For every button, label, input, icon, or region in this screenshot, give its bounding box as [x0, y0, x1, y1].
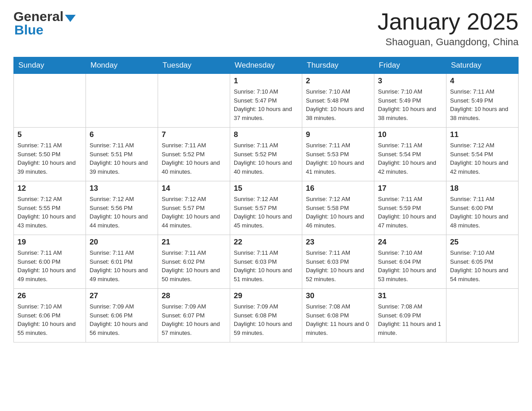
day-number: 24 [378, 238, 442, 247]
day-number: 26 [17, 291, 82, 300]
calendar-day-cell [86, 74, 158, 128]
calendar-header-row: SundayMondayTuesdayWednesdayThursdayFrid… [14, 57, 519, 74]
day-info: Sunrise: 7:09 AMSunset: 6:06 PMDaylight:… [90, 302, 154, 337]
calendar-day-cell: 11Sunrise: 7:12 AMSunset: 5:54 PMDayligh… [446, 128, 519, 181]
logo: General Blue [13, 9, 76, 38]
calendar-day-cell: 4Sunrise: 7:11 AMSunset: 5:49 PMDaylight… [446, 74, 519, 128]
calendar-week-row: 1Sunrise: 7:10 AMSunset: 5:47 PMDaylight… [14, 74, 519, 128]
day-number: 11 [450, 130, 515, 139]
day-number: 25 [450, 238, 515, 247]
day-info: Sunrise: 7:12 AMSunset: 5:57 PMDaylight:… [234, 195, 298, 230]
day-number: 1 [234, 77, 298, 86]
day-info: Sunrise: 7:08 AMSunset: 6:09 PMDaylight:… [378, 302, 442, 337]
day-info: Sunrise: 7:11 AMSunset: 6:01 PMDaylight:… [90, 248, 154, 283]
day-of-week-header: Tuesday [158, 57, 230, 74]
day-info: Sunrise: 7:11 AMSunset: 5:50 PMDaylight:… [17, 141, 82, 176]
day-number: 14 [162, 184, 226, 193]
day-info: Sunrise: 7:11 AMSunset: 6:00 PMDaylight:… [450, 195, 515, 230]
day-number: 6 [90, 130, 154, 139]
page-header: General Blue January 2025 Shaoguan, Guan… [13, 9, 519, 48]
day-number: 9 [306, 130, 370, 139]
day-info: Sunrise: 7:11 AMSunset: 6:02 PMDaylight:… [162, 248, 226, 283]
day-number: 2 [306, 77, 370, 86]
calendar-day-cell: 26Sunrise: 7:10 AMSunset: 6:06 PMDayligh… [14, 289, 86, 342]
calendar-day-cell: 7Sunrise: 7:11 AMSunset: 5:52 PMDaylight… [158, 128, 230, 181]
day-info: Sunrise: 7:11 AMSunset: 5:59 PMDaylight:… [378, 195, 442, 230]
day-of-week-header: Saturday [446, 57, 519, 74]
day-info: Sunrise: 7:12 AMSunset: 5:58 PMDaylight:… [306, 195, 370, 230]
day-info: Sunrise: 7:08 AMSunset: 6:08 PMDaylight:… [306, 302, 370, 337]
calendar-day-cell: 18Sunrise: 7:11 AMSunset: 6:00 PMDayligh… [446, 181, 519, 235]
day-number: 13 [90, 184, 154, 193]
day-info: Sunrise: 7:11 AMSunset: 5:49 PMDaylight:… [450, 87, 515, 122]
calendar-day-cell: 16Sunrise: 7:12 AMSunset: 5:58 PMDayligh… [302, 181, 374, 235]
day-of-week-header: Friday [374, 57, 446, 74]
day-info: Sunrise: 7:11 AMSunset: 5:51 PMDaylight:… [90, 141, 154, 176]
day-number: 23 [306, 238, 370, 247]
calendar-day-cell [14, 74, 86, 128]
day-of-week-header: Thursday [302, 57, 374, 74]
day-info: Sunrise: 7:10 AMSunset: 6:05 PMDaylight:… [450, 248, 515, 283]
day-info: Sunrise: 7:10 AMSunset: 5:47 PMDaylight:… [234, 87, 298, 122]
day-of-week-header: Wednesday [230, 57, 302, 74]
day-of-week-header: Sunday [14, 57, 86, 74]
calendar-day-cell: 8Sunrise: 7:11 AMSunset: 5:52 PMDaylight… [230, 128, 302, 181]
day-number: 20 [90, 238, 154, 247]
location-title: Shaoguan, Guangdong, China [378, 36, 519, 48]
calendar-day-cell: 23Sunrise: 7:11 AMSunset: 6:03 PMDayligh… [302, 235, 374, 289]
calendar-day-cell: 13Sunrise: 7:12 AMSunset: 5:56 PMDayligh… [86, 181, 158, 235]
calendar-week-row: 19Sunrise: 7:11 AMSunset: 6:00 PMDayligh… [14, 235, 519, 289]
calendar-day-cell: 28Sunrise: 7:09 AMSunset: 6:07 PMDayligh… [158, 289, 230, 342]
day-number: 3 [378, 77, 442, 86]
calendar-day-cell: 22Sunrise: 7:11 AMSunset: 6:03 PMDayligh… [230, 235, 302, 289]
day-number: 30 [306, 291, 370, 300]
day-info: Sunrise: 7:11 AMSunset: 5:52 PMDaylight:… [162, 141, 226, 176]
day-info: Sunrise: 7:11 AMSunset: 5:52 PMDaylight:… [234, 141, 298, 176]
day-info: Sunrise: 7:12 AMSunset: 5:56 PMDaylight:… [90, 195, 154, 230]
day-info: Sunrise: 7:12 AMSunset: 5:57 PMDaylight:… [162, 195, 226, 230]
day-number: 18 [450, 184, 515, 193]
day-number: 27 [90, 291, 154, 300]
day-info: Sunrise: 7:10 AMSunset: 5:49 PMDaylight:… [378, 87, 442, 122]
day-info: Sunrise: 7:10 AMSunset: 6:04 PMDaylight:… [378, 248, 442, 283]
day-number: 12 [17, 184, 82, 193]
calendar-day-cell: 21Sunrise: 7:11 AMSunset: 6:02 PMDayligh… [158, 235, 230, 289]
calendar-day-cell: 29Sunrise: 7:09 AMSunset: 6:08 PMDayligh… [230, 289, 302, 342]
calendar-week-row: 12Sunrise: 7:12 AMSunset: 5:55 PMDayligh… [14, 181, 519, 235]
month-title: January 2025 [378, 9, 519, 34]
day-number: 5 [17, 130, 82, 139]
calendar-day-cell: 6Sunrise: 7:11 AMSunset: 5:51 PMDaylight… [86, 128, 158, 181]
day-info: Sunrise: 7:12 AMSunset: 5:54 PMDaylight:… [450, 141, 515, 176]
day-info: Sunrise: 7:11 AMSunset: 6:03 PMDaylight:… [306, 248, 370, 283]
day-number: 28 [162, 291, 226, 300]
calendar-day-cell: 30Sunrise: 7:08 AMSunset: 6:08 PMDayligh… [302, 289, 374, 342]
day-number: 15 [234, 184, 298, 193]
day-info: Sunrise: 7:11 AMSunset: 6:03 PMDaylight:… [234, 248, 298, 283]
calendar-day-cell: 25Sunrise: 7:10 AMSunset: 6:05 PMDayligh… [446, 235, 519, 289]
day-number: 21 [162, 238, 226, 247]
calendar-day-cell: 1Sunrise: 7:10 AMSunset: 5:47 PMDaylight… [230, 74, 302, 128]
day-info: Sunrise: 7:11 AMSunset: 5:53 PMDaylight:… [306, 141, 370, 176]
calendar-day-cell: 20Sunrise: 7:11 AMSunset: 6:01 PMDayligh… [86, 235, 158, 289]
title-area: January 2025 Shaoguan, Guangdong, China [378, 9, 519, 48]
calendar-week-row: 26Sunrise: 7:10 AMSunset: 6:06 PMDayligh… [14, 289, 519, 342]
day-number: 29 [234, 291, 298, 300]
calendar-day-cell: 10Sunrise: 7:11 AMSunset: 5:54 PMDayligh… [374, 128, 446, 181]
calendar-day-cell: 15Sunrise: 7:12 AMSunset: 5:57 PMDayligh… [230, 181, 302, 235]
day-info: Sunrise: 7:09 AMSunset: 6:08 PMDaylight:… [234, 302, 298, 337]
day-number: 10 [378, 130, 442, 139]
day-info: Sunrise: 7:11 AMSunset: 5:54 PMDaylight:… [378, 141, 442, 176]
day-info: Sunrise: 7:12 AMSunset: 5:55 PMDaylight:… [17, 195, 82, 230]
calendar-day-cell [158, 74, 230, 128]
day-info: Sunrise: 7:10 AMSunset: 5:48 PMDaylight:… [306, 87, 370, 122]
day-number: 19 [17, 238, 82, 247]
calendar-day-cell: 14Sunrise: 7:12 AMSunset: 5:57 PMDayligh… [158, 181, 230, 235]
calendar-day-cell: 17Sunrise: 7:11 AMSunset: 5:59 PMDayligh… [374, 181, 446, 235]
day-number: 8 [234, 130, 298, 139]
day-number: 16 [306, 184, 370, 193]
calendar-day-cell: 12Sunrise: 7:12 AMSunset: 5:55 PMDayligh… [14, 181, 86, 235]
calendar-day-cell: 9Sunrise: 7:11 AMSunset: 5:53 PMDaylight… [302, 128, 374, 181]
logo-triangle-icon [65, 15, 76, 22]
day-of-week-header: Monday [86, 57, 158, 74]
logo-blue-text: Blue [13, 22, 76, 38]
